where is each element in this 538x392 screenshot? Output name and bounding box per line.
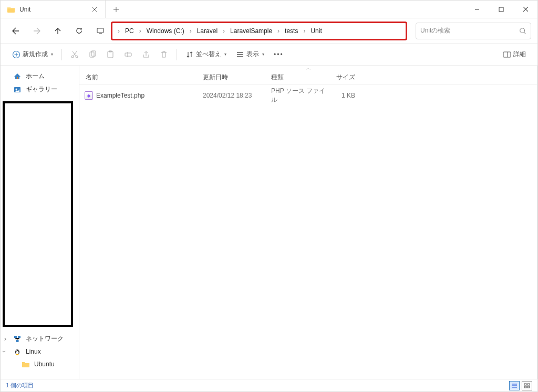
- file-name: ExampleTest.php: [96, 92, 144, 99]
- svg-rect-11: [503, 52, 511, 57]
- chevron-right-icon: ›: [275, 27, 282, 35]
- collapse-handle[interactable]: ︿: [79, 66, 537, 71]
- sidebar-network-label: ネットワーク: [26, 334, 64, 343]
- column-type[interactable]: 種類: [271, 73, 326, 82]
- forward-button[interactable]: [28, 22, 46, 40]
- details-pane-icon: [503, 50, 511, 59]
- separator: [61, 49, 62, 60]
- view-button[interactable]: 表示 ▾: [232, 48, 268, 61]
- sidebar: ホーム ギャラリー › ネットワーク › Linux: [1, 66, 79, 379]
- maximize-button[interactable]: [489, 1, 513, 18]
- statusbar: 1 個の項目: [1, 379, 537, 391]
- chevron-down-icon[interactable]: ›: [1, 351, 8, 353]
- chevron-down-icon: ▾: [262, 52, 264, 57]
- sidebar-gallery-label: ギャラリー: [26, 85, 57, 94]
- folder-icon: [22, 360, 30, 368]
- share-button[interactable]: [138, 48, 154, 61]
- chevron-right-icon[interactable]: ›: [4, 335, 6, 343]
- network-icon: [13, 335, 22, 343]
- search-icon: [519, 27, 526, 35]
- refresh-button[interactable]: [70, 22, 88, 40]
- view-thumbnails-button[interactable]: [522, 381, 532, 390]
- plus-circle-icon: [12, 50, 20, 59]
- minimize-button[interactable]: [465, 1, 489, 18]
- file-date: 2024/02/12 18:23: [203, 92, 271, 99]
- back-button[interactable]: [7, 22, 25, 40]
- crumb-pc[interactable]: PC: [122, 26, 137, 36]
- search-input[interactable]: Unitの検索: [416, 23, 531, 39]
- home-icon: [13, 72, 22, 81]
- chevron-right-icon: ›: [116, 27, 122, 35]
- delete-icon: [160, 50, 168, 59]
- cut-button[interactable]: [66, 48, 83, 61]
- column-size[interactable]: サイズ: [326, 73, 360, 82]
- file-list-pane: ︿ 名前 更新日時 種類 サイズ ◆ ExampleTest.php 2024/…: [79, 66, 537, 379]
- svg-rect-10: [125, 53, 131, 56]
- sidebar-item-network[interactable]: › ネットワーク: [1, 332, 79, 345]
- svg-rect-16: [16, 340, 19, 342]
- sort-label: 並べ替え: [196, 50, 221, 59]
- address-row: › PC › Windows (C:) › Laravel › LaravelS…: [1, 18, 537, 44]
- sidebar-linux-label: Linux: [26, 348, 41, 355]
- sidebar-home-label: ホーム: [26, 72, 45, 81]
- crumb-folder[interactable]: tests: [282, 26, 301, 36]
- search-placeholder: Unitの検索: [420, 26, 519, 35]
- pc-icon[interactable]: [93, 24, 108, 38]
- svg-rect-21: [524, 384, 526, 385]
- sort-button[interactable]: 並べ替え ▾: [181, 48, 231, 61]
- crumb-drive[interactable]: Windows (C:): [143, 26, 188, 36]
- item-count: 1 個の項目: [6, 382, 34, 389]
- titlebar: Unit: [1, 1, 537, 18]
- svg-point-5: [76, 56, 78, 58]
- window-tab[interactable]: Unit: [1, 1, 106, 18]
- svg-rect-22: [527, 384, 530, 385]
- breadcrumb[interactable]: › PC › Windows (C:) › Laravel › LaravelS…: [111, 22, 407, 40]
- column-name[interactable]: 名前: [79, 73, 203, 82]
- svg-point-18: [16, 351, 19, 354]
- chevron-down-icon: ▾: [51, 52, 53, 57]
- chevron-right-icon: ›: [137, 27, 143, 35]
- rename-icon: [124, 50, 132, 59]
- view-icon: [236, 50, 244, 59]
- view-details-button[interactable]: [509, 381, 520, 390]
- crumb-folder[interactable]: LaravelSample: [227, 26, 275, 36]
- main-area: ホーム ギャラリー › ネットワーク › Linux: [1, 66, 537, 379]
- sidebar-ubuntu-label: Ubuntu: [34, 361, 55, 368]
- sort-icon: [185, 50, 194, 59]
- php-file-icon: ◆: [85, 91, 93, 100]
- svg-rect-8: [108, 51, 113, 58]
- paste-icon: [106, 50, 115, 59]
- column-date[interactable]: 更新日時: [203, 73, 271, 82]
- up-button[interactable]: [49, 22, 67, 40]
- crumb-folder[interactable]: Laravel: [194, 26, 221, 36]
- redacted-region: [3, 101, 73, 327]
- toolbar: 新規作成 ▾ 並べ替え ▾: [1, 44, 537, 66]
- new-label: 新規作成: [23, 50, 48, 59]
- sidebar-item-gallery[interactable]: ギャラリー: [1, 83, 79, 96]
- rename-button[interactable]: [120, 48, 137, 61]
- svg-point-4: [71, 56, 74, 58]
- sidebar-item-home[interactable]: ホーム: [1, 70, 79, 83]
- delete-button[interactable]: [156, 48, 172, 61]
- svg-rect-0: [499, 7, 503, 12]
- titlebar-spacer: [127, 1, 465, 18]
- chevron-right-icon: ›: [221, 27, 227, 35]
- close-window-button[interactable]: [513, 1, 537, 18]
- crumb-current[interactable]: Unit: [307, 26, 325, 36]
- view-label: 表示: [246, 50, 259, 59]
- close-tab-icon[interactable]: [90, 5, 99, 14]
- sidebar-item-ubuntu[interactable]: Ubuntu: [1, 358, 79, 370]
- svg-point-20: [18, 350, 19, 351]
- file-type: PHP ソース ファイル: [271, 87, 326, 104]
- sidebar-item-linux[interactable]: › Linux: [1, 345, 79, 358]
- copy-button[interactable]: [84, 48, 101, 61]
- more-button[interactable]: •••: [270, 49, 288, 60]
- new-tab-button[interactable]: [106, 1, 127, 18]
- table-row[interactable]: ◆ ExampleTest.php 2024/02/12 18:23 PHP ソ…: [79, 84, 537, 107]
- more-icon: •••: [274, 51, 284, 58]
- window-controls: [465, 1, 537, 18]
- paste-button[interactable]: [102, 48, 119, 61]
- details-pane-button[interactable]: 詳細: [499, 48, 530, 61]
- svg-point-19: [16, 350, 17, 351]
- new-button[interactable]: 新規作成 ▾: [8, 48, 57, 61]
